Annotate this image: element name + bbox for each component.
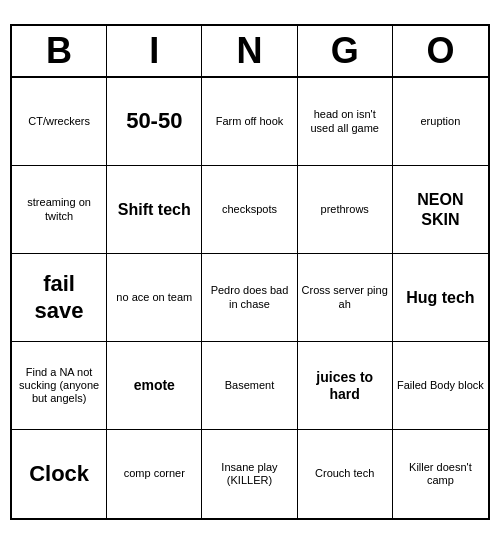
bingo-cell-23: Crouch tech <box>298 430 393 518</box>
bingo-cell-6: Shift tech <box>107 166 202 254</box>
bingo-letter-g: G <box>298 26 393 76</box>
bingo-cell-7: checkspots <box>202 166 297 254</box>
bingo-cell-18: juices to hard <box>298 342 393 430</box>
bingo-cell-21: comp corner <box>107 430 202 518</box>
bingo-cell-12: Pedro does bad in chase <box>202 254 297 342</box>
bingo-cell-9: NEON SKIN <box>393 166 488 254</box>
bingo-cell-3: head on isn't used all game <box>298 78 393 166</box>
bingo-cell-4: eruption <box>393 78 488 166</box>
bingo-cell-8: prethrows <box>298 166 393 254</box>
bingo-letter-i: I <box>107 26 202 76</box>
bingo-cell-24: Killer doesn't camp <box>393 430 488 518</box>
bingo-cell-16: emote <box>107 342 202 430</box>
bingo-card: BINGO CT/wreckers50-50Farm off hookhead … <box>10 24 490 520</box>
bingo-cell-5: streaming on twitch <box>12 166 107 254</box>
bingo-cell-19: Failed Body block <box>393 342 488 430</box>
bingo-cell-13: Cross server ping ah <box>298 254 393 342</box>
bingo-letter-o: O <box>393 26 488 76</box>
bingo-cell-10: fail save <box>12 254 107 342</box>
bingo-header: BINGO <box>12 26 488 78</box>
bingo-letter-b: B <box>12 26 107 76</box>
bingo-letter-n: N <box>202 26 297 76</box>
bingo-cell-14: Hug tech <box>393 254 488 342</box>
bingo-grid: CT/wreckers50-50Farm off hookhead on isn… <box>12 78 488 518</box>
bingo-cell-11: no ace on team <box>107 254 202 342</box>
bingo-cell-15: Find a NA not sucking (anyone but angels… <box>12 342 107 430</box>
bingo-cell-22: Insane play (KILLER) <box>202 430 297 518</box>
bingo-cell-0: CT/wreckers <box>12 78 107 166</box>
bingo-cell-20: Clock <box>12 430 107 518</box>
bingo-cell-2: Farm off hook <box>202 78 297 166</box>
bingo-cell-1: 50-50 <box>107 78 202 166</box>
bingo-cell-17: Basement <box>202 342 297 430</box>
